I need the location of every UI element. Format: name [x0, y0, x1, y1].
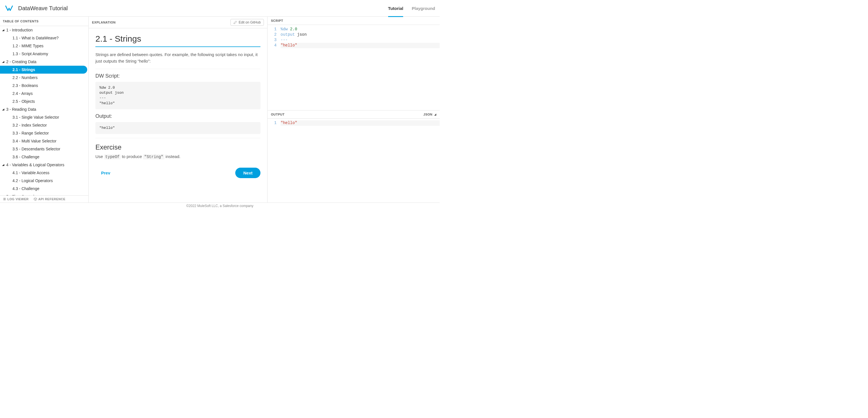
- explanation-panel: EXPLANATION Edit on GitHub 2.1 - Strings…: [89, 17, 268, 203]
- output-label: Output:: [95, 113, 260, 119]
- cube-icon: [34, 198, 37, 201]
- caret-down-icon: ◢: [2, 163, 4, 166]
- toc-section[interactable]: ◢3 - Reading Data: [0, 106, 88, 113]
- toc-item[interactable]: 4.2 - Logical Operators: [0, 177, 88, 185]
- toc-section-label: 4 - Variables & Logical Operators: [6, 162, 64, 167]
- toc-item[interactable]: 1.2 - MIME Types: [0, 42, 88, 50]
- toc-section[interactable]: ◢1 - Introduction: [0, 26, 88, 34]
- toc-section-label: 1 - Introduction: [6, 28, 33, 32]
- output-header: OUTPUT JSON ◢: [268, 111, 440, 119]
- exercise-title: Exercise: [95, 143, 260, 151]
- toc-item[interactable]: 2.4 - Arrays: [0, 89, 88, 97]
- caret-down-icon: ◢: [2, 195, 4, 196]
- toc-section-label: 2 - Creating Data: [6, 59, 36, 64]
- toc-section[interactable]: ◢2 - Creating Data: [0, 58, 88, 66]
- toc-item[interactable]: 2.5 - Objects: [0, 97, 88, 106]
- caret-down-icon: ◢: [2, 60, 4, 63]
- toc-section-label: 5 - Flow Control: [6, 194, 34, 196]
- log-viewer-link[interactable]: LOG VIEWER: [3, 198, 29, 201]
- edit-on-github-button[interactable]: Edit on GitHub: [230, 19, 264, 26]
- dw-script-label: DW Script:: [95, 73, 260, 79]
- app-title: DataWeave Tutorial: [18, 5, 68, 11]
- nav-playground[interactable]: Playground: [412, 0, 435, 17]
- toc-item[interactable]: 3.4 - Multi Value Selector: [0, 137, 88, 145]
- toc-item[interactable]: 2.2 - Numbers: [0, 73, 88, 82]
- toc-item[interactable]: 3.6 - Challenge: [0, 153, 88, 161]
- pencil-icon: [234, 21, 237, 24]
- toc-item[interactable]: 1.1 - What is DataWeave?: [0, 34, 88, 42]
- toc-item[interactable]: 3.2 - Index Selector: [0, 121, 88, 129]
- intro-text: Strings are defined between quotes. For …: [95, 52, 260, 64]
- list-icon: [3, 198, 6, 201]
- right-column: SCRIPT 1234 %dw 2.0output json---"hello"…: [268, 17, 440, 203]
- footer-text: ©2022 MuleSoft LLC, a Salesforce company: [0, 203, 440, 209]
- toc-section[interactable]: ◢5 - Flow Control: [0, 192, 88, 196]
- script-editor[interactable]: 1234 %dw 2.0output json---"hello": [268, 25, 440, 110]
- toc-item[interactable]: 2.1 - Strings: [0, 66, 87, 73]
- output-editor: 1 "hello": [268, 119, 440, 203]
- explanation-header: EXPLANATION: [92, 21, 116, 24]
- api-reference-link[interactable]: API REFERENCE: [34, 198, 65, 201]
- app-header: DataWeave Tutorial Tutorial Playground: [0, 0, 440, 17]
- nav-tutorial[interactable]: Tutorial: [388, 1, 403, 17]
- prev-button[interactable]: Prev: [95, 168, 116, 178]
- output-code: "hello": [95, 122, 260, 134]
- script-header: SCRIPT: [268, 17, 440, 25]
- toc-section[interactable]: ◢4 - Variables & Logical Operators: [0, 161, 88, 169]
- dw-script-code: %dw 2.0 output json --- "hello": [95, 82, 260, 109]
- output-lang-selector[interactable]: JSON ◢: [424, 113, 436, 116]
- caret-icon: ◢: [434, 113, 437, 116]
- logo-icon: [4, 4, 13, 13]
- toc-item[interactable]: 3.1 - Single Value Selector: [0, 113, 88, 121]
- page-title: 2.1 - Strings: [95, 34, 260, 47]
- table-of-contents: TABLE OF CONTENTS ◢1 - Introduction1.1 -…: [0, 17, 89, 203]
- toc-section-label: 3 - Reading Data: [6, 107, 36, 112]
- next-button[interactable]: Next: [235, 168, 260, 178]
- toc-item[interactable]: 3.3 - Range Selector: [0, 129, 88, 137]
- caret-down-icon: ◢: [2, 29, 4, 31]
- toc-item[interactable]: 3.5 - Descendants Selector: [0, 145, 88, 153]
- toc-item[interactable]: 2.3 - Booleans: [0, 82, 88, 89]
- toc-item[interactable]: 4.1 - Variable Access: [0, 169, 88, 177]
- caret-down-icon: ◢: [2, 108, 4, 111]
- exercise-text: Use typeOf to produce "String" instead.: [95, 154, 260, 159]
- toc-item[interactable]: 4.3 - Challenge: [0, 185, 88, 192]
- toc-header: TABLE OF CONTENTS: [0, 17, 88, 26]
- toc-item[interactable]: 1.3 - Script Anatomy: [0, 50, 88, 58]
